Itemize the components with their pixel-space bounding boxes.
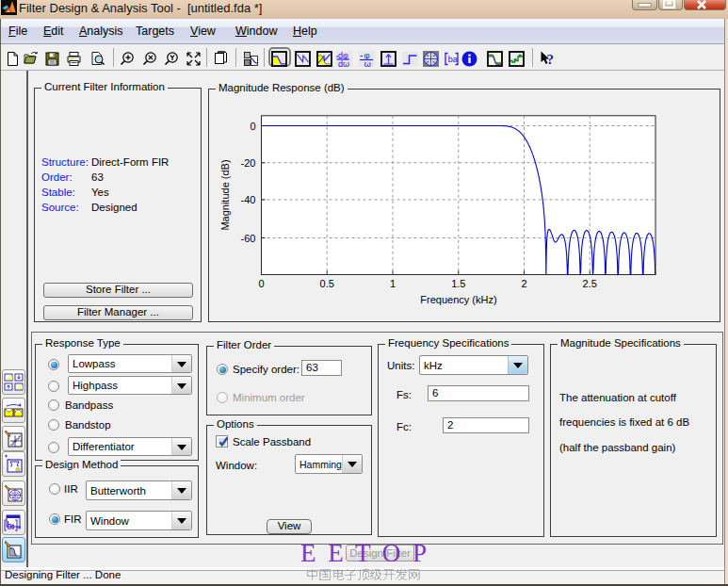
- svg-text:0.5: 0.5: [320, 278, 334, 289]
- svg-text:0: 0: [250, 121, 255, 132]
- svg-text:Magnitude (dB): Magnitude (dB): [219, 159, 231, 230]
- svg-text:2.5: 2.5: [583, 278, 597, 289]
- svg-text:1.5: 1.5: [451, 278, 465, 289]
- svg-text:-40: -40: [241, 194, 256, 205]
- svg-text:-20: -20: [241, 157, 256, 169]
- svg-text:2: 2: [521, 278, 526, 289]
- svg-text:Frequency (kHz): Frequency (kHz): [420, 294, 496, 305]
- svg-text:0: 0: [258, 278, 264, 289]
- svg-text:-60: -60: [241, 233, 256, 244]
- svg-text:1: 1: [390, 278, 396, 289]
